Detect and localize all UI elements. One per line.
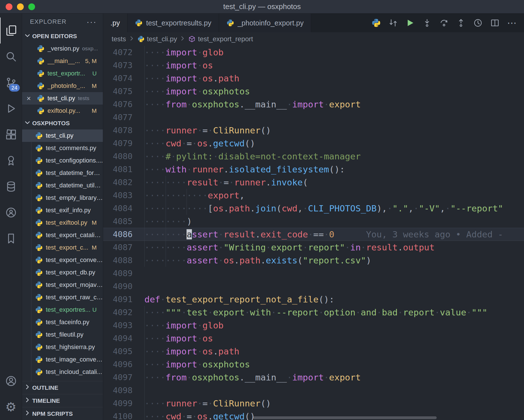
code-line[interactable]: 4085········)	[103, 215, 524, 228]
line-number[interactable]: 4079	[103, 137, 144, 150]
database-icon[interactable]	[0, 174, 22, 200]
step-out-icon[interactable]	[454, 16, 467, 29]
line-number[interactable]: 4084	[103, 202, 144, 215]
folder-section-header[interactable]: OSXPHOTOS	[22, 117, 103, 129]
open-editor-item[interactable]: __main__...5, M	[22, 55, 103, 67]
line-number[interactable]: 4097	[103, 371, 144, 384]
line-number[interactable]: 4096	[103, 358, 144, 371]
sidebar-section-timeline[interactable]: TIMELINE	[22, 394, 103, 407]
line-number[interactable]: 4072	[103, 46, 144, 59]
code-line[interactable]: 4098	[103, 384, 524, 397]
code-line[interactable]: 4073····import·os	[103, 59, 524, 72]
tree-item[interactable]: test_export_mojave...	[22, 279, 103, 291]
code-line[interactable]: 4095····import·os.path	[103, 345, 524, 358]
line-number[interactable]: 4098	[103, 384, 144, 397]
line-number[interactable]: 4078	[103, 124, 144, 137]
code-line[interactable]: 4092····"""·test·export·with·--report·op…	[103, 306, 524, 319]
editor-tab[interactable]: test_exportresults.py	[127, 14, 219, 32]
code-line[interactable]: 4099····runner·=·CliRunner()	[103, 397, 524, 410]
line-number[interactable]: 4090	[103, 280, 144, 293]
extensions-icon[interactable]	[0, 122, 22, 148]
settings-icon[interactable]: ⚙	[0, 394, 22, 420]
code-line[interactable]: 4089	[103, 267, 524, 280]
line-number[interactable]: 4093	[103, 319, 144, 332]
code-line[interactable]: 4096····import·osxphotos	[103, 358, 524, 371]
run-file-icon[interactable]	[404, 16, 417, 29]
breadcrumb-item[interactable]: tests	[112, 35, 126, 43]
code-line[interactable]: 4081····with·runner.isolated_filesystem(…	[103, 163, 524, 176]
tree-item[interactable]: test_exportres...U	[22, 304, 103, 316]
open-editor-item[interactable]: exiftool.py...M	[22, 105, 103, 117]
code-line[interactable]: 4084············[os.path.join(cwd,·CLI_P…	[103, 202, 524, 215]
line-number[interactable]: 4087	[103, 241, 144, 254]
run-debug-icon[interactable]	[0, 96, 22, 122]
step-into-icon[interactable]	[421, 16, 434, 29]
history-icon[interactable]	[471, 16, 484, 29]
code-line[interactable]: 4086········assert·result.exit_code·==·0…	[103, 228, 524, 241]
open-editor-item[interactable]: ×test_cli.pytests	[22, 92, 103, 105]
close-editor-icon[interactable]: ×	[27, 94, 31, 103]
tree-item[interactable]: test_export_c...M	[22, 241, 103, 254]
code-line[interactable]: 4072····import·glob	[103, 46, 524, 59]
explorer-more-actions-icon[interactable]: ···	[86, 17, 97, 27]
line-number[interactable]: 4080	[103, 150, 144, 163]
python-icon[interactable]	[370, 16, 383, 29]
code-line[interactable]: 4091def·test_export_report_not_a_file():	[103, 293, 524, 306]
code-line[interactable]: 4080····#·pylint:·disable=not-context-ma…	[103, 150, 524, 163]
step-over-icon[interactable]	[438, 16, 451, 29]
tree-item[interactable]: test_comments.py	[22, 142, 103, 154]
line-number[interactable]: 4089	[103, 267, 144, 280]
editor-tab[interactable]: _photoinfo_export.py	[219, 14, 311, 32]
line-number[interactable]: 4082	[103, 176, 144, 189]
code-line[interactable]: 4097····from·osxphotos.__main__·import·e…	[103, 371, 524, 384]
code-line[interactable]: 4083············export,	[103, 189, 524, 202]
line-number[interactable]: 4081	[103, 163, 144, 176]
editor-tab[interactable]: .py	[103, 14, 127, 32]
open-editor-item[interactable]: _version.pyosxp...	[22, 42, 103, 55]
line-number[interactable]: 4099	[103, 397, 144, 410]
tree-item[interactable]: test_incloud_catali...	[22, 366, 103, 378]
more-actions-icon[interactable]: ⋯	[505, 16, 518, 29]
code-line[interactable]: 4088········assert·os.path.exists("repor…	[103, 254, 524, 267]
split-editor-icon[interactable]	[488, 16, 501, 29]
line-number[interactable]: 4086	[103, 228, 144, 241]
code-line[interactable]: 4082········result·=·runner.invoke(	[103, 176, 524, 189]
line-number[interactable]: 4091	[103, 293, 144, 306]
bookmarks-icon[interactable]	[0, 226, 22, 252]
code-line[interactable]: 4078····runner·=·CliRunner()	[103, 124, 524, 137]
line-number[interactable]: 4088	[103, 254, 144, 267]
account-icon[interactable]	[0, 368, 22, 394]
line-number[interactable]: 4083	[103, 189, 144, 202]
code-line[interactable]: 4087········assert·"Writing·export·repor…	[103, 241, 524, 254]
code-line[interactable]: 4079····cwd·=·os.getcwd()	[103, 137, 524, 150]
tree-item[interactable]: test_datetime_form...	[22, 167, 103, 179]
tree-item[interactable]: test_export_raw_ca...	[22, 291, 103, 304]
tree-item[interactable]: test_cli.py	[22, 129, 103, 142]
breadcrumb-item[interactable]: test_export_report	[188, 35, 253, 43]
tree-item[interactable]: test_datetime_utils....	[22, 179, 103, 192]
code-line[interactable]: 4076····from·osxphotos.__main__·import·e…	[103, 98, 524, 111]
line-number[interactable]: 4100	[103, 410, 144, 420]
tree-item[interactable]: test_image_convert...	[22, 353, 103, 366]
code-line[interactable]: 4074····import·os.path	[103, 72, 524, 85]
tree-item[interactable]: test_export_catalin...	[22, 229, 103, 241]
code-line[interactable]: 4075····import·osxphotos	[103, 85, 524, 98]
tree-item[interactable]: test_export_conver...	[22, 254, 103, 266]
source-control-icon[interactable]: 24	[0, 70, 22, 96]
code-line[interactable]: 4093····import·glob	[103, 319, 524, 332]
line-number[interactable]: 4076	[103, 98, 144, 111]
code-line[interactable]: 4077	[103, 111, 524, 124]
explorer-icon[interactable]	[0, 18, 22, 44]
compare-changes-icon[interactable]	[387, 16, 400, 29]
sidebar-section-npm-scripts[interactable]: NPM SCRIPTS	[22, 407, 103, 420]
tree-item[interactable]: test_highsierra.py	[22, 341, 103, 353]
search-icon[interactable]	[0, 44, 22, 70]
line-number[interactable]: 4092	[103, 306, 144, 319]
code-editor[interactable]: 4072····import·glob4073····import·os4074…	[103, 46, 524, 420]
line-number[interactable]: 4095	[103, 345, 144, 358]
gitlens-icon[interactable]	[0, 148, 22, 174]
line-number[interactable]: 4073	[103, 59, 144, 72]
open-editors-section-header[interactable]: OPEN EDITORS	[22, 30, 103, 42]
code-line[interactable]: 4094····import·os	[103, 332, 524, 345]
line-number[interactable]: 4075	[103, 85, 144, 98]
